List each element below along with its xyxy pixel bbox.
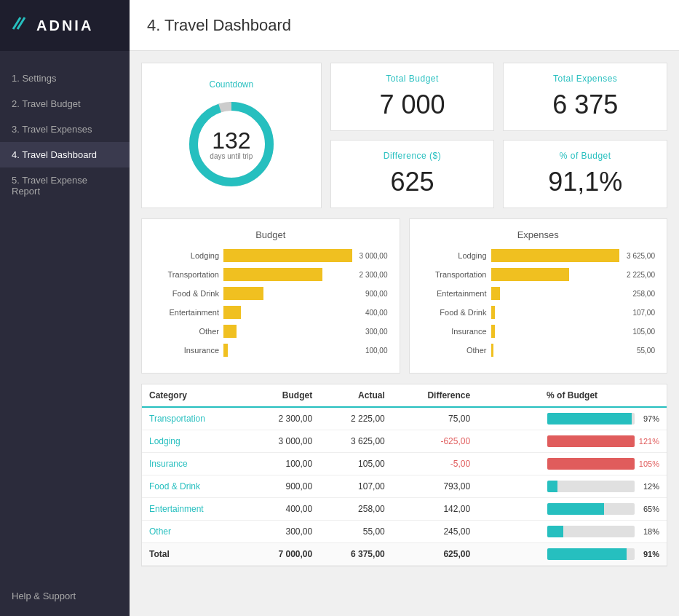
table-row: Other 300,00 55,00 245,00 18% [142, 521, 667, 543]
logo-icon [10, 13, 31, 39]
pct-bar-track [547, 481, 635, 492]
bar-value: 258,00 [632, 290, 655, 298]
pct-bar-fill [547, 435, 635, 447]
budget-chart: Budget Lodging 3 000,00 Transportation 2… [141, 218, 400, 374]
bar-row: Transportation 2 300,00 [154, 268, 388, 281]
bar-label: Food & Drink [421, 308, 487, 317]
bar-row: Insurance 100,00 [154, 344, 388, 357]
bar-label: Transportation [421, 270, 487, 279]
bar-label: Lodging [154, 251, 219, 260]
bar-track [223, 287, 358, 300]
cell-pct: 12% [477, 475, 667, 498]
expense-bars: Lodging 3 625,00 Transportation 2 225,00… [421, 249, 656, 357]
cell-pct: 18% [477, 521, 667, 543]
bar-track [223, 325, 358, 338]
cell-budget: 2 300,00 [247, 407, 320, 430]
table-row: Lodging 3 000,00 3 625,00 -625,00 121% [142, 430, 667, 453]
countdown-number: 132 [210, 129, 253, 152]
bar-value: 2 225,00 [627, 271, 655, 279]
bar-label: Food & Drink [154, 289, 219, 298]
bar-track [491, 249, 620, 262]
col-pct: % of Budget [477, 384, 667, 407]
sidebar-item-travel-budget[interactable]: 2. Travel Budget [0, 91, 130, 117]
cell-pct: 97% [477, 407, 667, 430]
sidebar-item-travel-expenses[interactable]: 3. Travel Expenses [0, 117, 130, 142]
cell-budget: 3 000,00 [247, 430, 320, 453]
pct-budget-card: % of Budget 91,1% [503, 140, 667, 208]
pct-label-text: 65% [639, 505, 659, 513]
expenses-chart: Expenses Lodging 3 625,00 Transportation… [409, 218, 668, 374]
col-actual: Actual [319, 384, 392, 407]
bar-fill [223, 268, 322, 281]
sidebar-logo: ADNIA [0, 0, 130, 51]
sidebar-item-travel-dashboard[interactable]: 4. Travel Dashboard [0, 142, 130, 167]
pct-bar-track [547, 503, 635, 515]
bar-value: 400,00 [365, 309, 388, 317]
cell-category: Food & Drink [142, 475, 247, 498]
kpi-row: Countdown 132 days until trip [141, 63, 667, 208]
bar-row: Lodging 3 000,00 [154, 249, 388, 262]
bar-label: Other [421, 346, 487, 355]
sidebar-item-settings[interactable]: 1. Settings [0, 66, 130, 91]
cell-category: Insurance [142, 453, 247, 475]
budget-value: 7 000 [379, 90, 445, 120]
bar-fill [491, 287, 501, 300]
pct-bar-fill [547, 458, 635, 470]
bar-fill [491, 249, 620, 262]
sidebar-item-travel-expense-report[interactable]: 5. Travel Expense Report [0, 167, 130, 204]
difference-label: Difference ($) [384, 151, 441, 161]
col-budget: Budget [247, 384, 320, 407]
difference-card: Difference ($) 625 [330, 140, 495, 208]
cell-actual: 105,00 [319, 453, 392, 475]
main-content: 4. Travel Dashboard Countdown 132 days u… [130, 0, 679, 616]
bar-value: 105,00 [632, 328, 655, 336]
pct-bar-fill [547, 481, 557, 492]
bar-label: Transportation [154, 270, 219, 279]
expenses-label: Total Expenses [553, 74, 617, 84]
bar-fill [491, 268, 570, 281]
bar-label: Insurance [154, 346, 219, 355]
bar-track [223, 306, 358, 319]
bar-track [223, 268, 352, 281]
pct-bar-fill-total [547, 548, 627, 560]
bar-value: 3 625,00 [627, 252, 655, 260]
cell-diff: 245,00 [392, 521, 477, 543]
cell-category: Transportation [142, 407, 247, 430]
pct-bar-track [547, 458, 635, 470]
bar-label: Entertainment [154, 308, 219, 317]
bar-value: 2 300,00 [360, 271, 388, 279]
bar-label: Entertainment [421, 289, 487, 298]
cell-total-diff: 625,00 [392, 543, 477, 566]
pct-label-text: 18% [639, 527, 659, 536]
countdown-sub: days until trip [210, 152, 253, 160]
bar-fill [223, 344, 228, 357]
countdown-donut: 132 days until trip [184, 97, 279, 191]
difference-value: 625 [390, 167, 434, 197]
bar-value: 300,00 [365, 328, 388, 336]
cell-total-pct: 91% [477, 543, 667, 566]
bar-fill [491, 325, 496, 338]
bar-value: 900,00 [365, 290, 388, 298]
bar-track [491, 287, 626, 300]
sidebar-help[interactable]: Help & Support [0, 583, 130, 616]
pct-bar-track [547, 435, 635, 447]
cell-total-label: Total [142, 543, 247, 566]
cell-actual: 2 225,00 [319, 407, 392, 430]
logo-text: ADNIA [36, 17, 93, 34]
bar-row: Entertainment 400,00 [154, 306, 388, 319]
bar-track [491, 268, 620, 281]
bar-row: Insurance 105,00 [421, 325, 656, 338]
cell-total-actual: 6 375,00 [319, 543, 392, 566]
cell-actual: 55,00 [319, 521, 392, 543]
pct-label: % of Budget [560, 151, 611, 161]
col-difference: Difference [392, 384, 477, 407]
bar-row: Transportation 2 225,00 [421, 268, 656, 281]
bar-row: Food & Drink 107,00 [421, 306, 656, 319]
cell-pct: 65% [477, 498, 667, 521]
cell-category: Lodging [142, 430, 247, 453]
cell-category: Other [142, 521, 247, 543]
pct-bar-track-total [547, 548, 635, 560]
cell-diff: 75,00 [392, 407, 477, 430]
cell-diff: 142,00 [392, 498, 477, 521]
page-title: 4. Travel Dashboard [147, 16, 291, 35]
